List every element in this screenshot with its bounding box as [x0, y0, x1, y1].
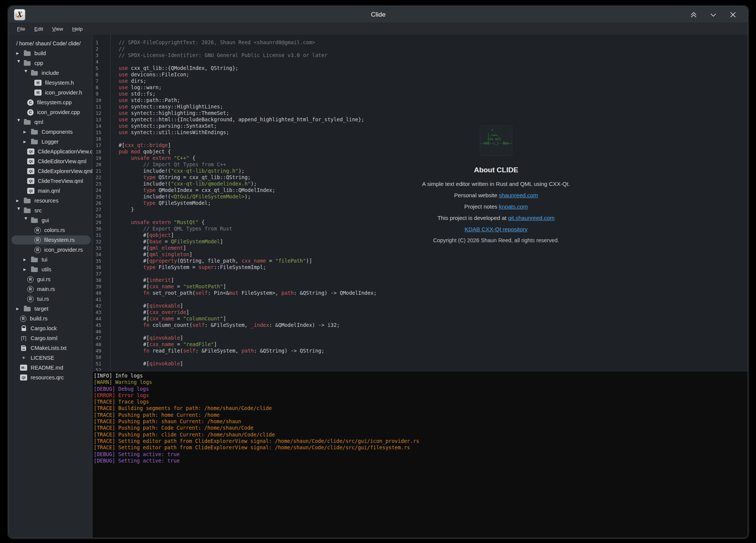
tree-file-icon_provider.rs[interactable]: Ricon_provider.rs	[9, 245, 92, 255]
tree-file-main.qml[interactable]: Qtmain.qml	[9, 186, 92, 196]
code-line: type QFileSystemModel;	[119, 200, 377, 206]
project-notes-link[interactable]: knoats.com	[499, 203, 528, 210]
tree-folder-Components[interactable]: ▶Components	[9, 127, 92, 137]
tree-file-README.md[interactable]: M↓README.md	[9, 363, 92, 373]
tree-folder-target[interactable]: ▶target	[9, 304, 92, 314]
line-number: 39	[96, 283, 110, 290]
close-icon	[729, 11, 737, 19]
code-pane[interactable]: // SPDX-FileCopyrightText: 2026, Shaun R…	[111, 39, 377, 371]
tree-file-filesystem.cpp[interactable]: Cfilesystem.cpp	[9, 97, 92, 107]
folder-icon	[31, 268, 38, 272]
code-editor[interactable]: 1234567891011121314151617181920212223242…	[93, 35, 748, 371]
tree-file-gui.rs[interactable]: Rgui.rs	[9, 274, 92, 284]
chevron-right-icon[interactable]: ▶	[23, 140, 29, 144]
double-chevron-up-icon	[690, 11, 697, 19]
tree-folder-include[interactable]: ▶include	[9, 68, 92, 78]
tree-item-label: filesystem.cpp	[37, 99, 72, 105]
folder-icon	[24, 51, 31, 56]
line-number: 35	[96, 258, 110, 264]
title-bar[interactable]: X Clide	[9, 6, 748, 23]
folder-icon	[31, 130, 38, 135]
window-minimize-button[interactable]	[709, 11, 717, 19]
menu-help[interactable]: Help	[68, 25, 87, 33]
tree-folder-cpp[interactable]: ▶cpp	[9, 58, 92, 68]
git-repo-link[interactable]: git.shaunreed.com	[508, 215, 555, 221]
log-panel[interactable]: [INFO] Info logs[WARN] Warning logs[DEBU…	[93, 371, 748, 538]
menu-file[interactable]: File	[13, 25, 29, 33]
tree-file-Cargo.toml[interactable]: [T]Cargo.toml	[9, 333, 92, 343]
kdab-cxx-qt-link[interactable]: KDAB CXX-Qt repository	[465, 226, 528, 232]
tree-file-filesystem.rs[interactable]: Rfilesystem.rs	[9, 235, 92, 245]
code-line: #[base = QFileSystemModel]	[119, 238, 377, 245]
tree-item-label: gui.rs	[37, 276, 50, 282]
tree-file-ClideApplicationView.qml[interactable]: QtClideApplicationView.qml	[9, 147, 92, 156]
code-line: #[cxx_name = "setRootPath"]	[119, 283, 377, 290]
tree-file-LICENSE[interactable]: ✶LICENSE	[9, 353, 92, 363]
file-explorer-sidebar[interactable]: / home/ shaun/ Code/ clide/ ▶build▶cpp▶i…	[9, 35, 93, 538]
code-line: }	[119, 206, 377, 213]
tree-folder-src[interactable]: ▶src	[9, 206, 92, 215]
tree-file-ClideTreeView.qml[interactable]: QtClideTreeView.qml	[9, 176, 92, 186]
chevron-down-icon[interactable]: ▶	[17, 60, 21, 66]
tree-folder-gui[interactable]: ▶gui	[9, 215, 92, 225]
tree-item-label: target	[34, 306, 48, 312]
tree-file-ClideEditorView.qml[interactable]: QtClideEditorView.qml	[9, 156, 92, 166]
log-line-debug: [DEBUG] Setting active: true	[94, 451, 748, 458]
code-line: #[qml_singleton]	[119, 251, 377, 258]
line-number: 17	[96, 142, 110, 149]
code-line: #[qml_element]	[119, 245, 377, 251]
tree-file-Cargo.lock[interactable]: Cargo.lock	[9, 323, 92, 333]
tree-file-icon_provider.cpp[interactable]: Cicon_provider.cpp	[9, 107, 92, 117]
log-line-trace: [TRACE] Setting editor path from ClideEx…	[94, 438, 748, 444]
chevron-right-icon[interactable]: ▶	[16, 307, 22, 311]
tree-folder-utils[interactable]: ▶utils	[9, 265, 92, 274]
line-number: 26	[96, 200, 110, 206]
tree-item-label: Cargo.lock	[31, 325, 57, 331]
log-line-trace: [TRACE] Building segments for path: /hom…	[94, 405, 748, 412]
menu-edit[interactable]: Edit	[31, 25, 47, 33]
tree-folder-resources[interactable]: ▶resources	[9, 196, 92, 206]
chevron-right-icon[interactable]: ▶	[23, 268, 29, 271]
tree-item-label: Cargo.toml	[31, 335, 57, 341]
tree-file-tui.rs[interactable]: Rtui.rs	[9, 294, 92, 304]
tree-item-label: icon_provider.rs	[44, 247, 83, 253]
chevron-right-icon[interactable]: ▶	[23, 258, 29, 261]
tree-folder-tui[interactable]: ▶tui	[9, 255, 92, 265]
tree-file-colors.rs[interactable]: Rcolors.rs	[9, 225, 92, 235]
chevron-right-icon[interactable]: ▶	[23, 130, 29, 134]
tree-folder-qml[interactable]: ▶qml	[9, 117, 92, 127]
chevron-down-icon[interactable]: ▶	[24, 217, 28, 223]
tree-file-build.rs[interactable]: Rbuild.rs	[9, 314, 92, 323]
line-number: 38	[96, 277, 110, 283]
code-line: use dirs;	[119, 78, 377, 84]
line-number: 4	[96, 59, 110, 65]
line-number: 11	[96, 104, 110, 110]
code-line: use syntect::easy::HighlightLines;	[119, 104, 377, 110]
tree-item-label: icon_provider.h	[45, 90, 82, 96]
tree-file-main.rs[interactable]: Rmain.rs	[9, 284, 92, 294]
tree-file-filesystem.h[interactable]: Hfilesystem.h	[9, 78, 92, 88]
chevron-right-icon[interactable]: ▶	[16, 51, 22, 55]
code-line: use std::path::Path;	[119, 97, 377, 104]
line-number: 25	[96, 193, 110, 200]
chevron-down-icon[interactable]: ▶	[24, 70, 28, 76]
menu-view[interactable]: View	[48, 25, 67, 33]
line-number: 44	[96, 316, 110, 322]
tree-file-icon_provider.h[interactable]: Hicon_provider.h	[9, 88, 92, 97]
tree-item-label: CMakeLists.txt	[31, 345, 66, 351]
tree-file-resources.qrc[interactable]: Qtresources.qrc	[9, 373, 92, 382]
tree-folder-build[interactable]: ▶build	[9, 48, 92, 58]
line-number: 52	[96, 367, 110, 371]
tree-file-ClideExplorerView.qml[interactable]: QtClideExplorerView.qml	[9, 166, 92, 176]
tree-item-label: src	[34, 207, 42, 213]
chevron-right-icon[interactable]: ▶	[16, 199, 22, 203]
chevron-down-icon[interactable]: ▶	[17, 119, 21, 125]
chevron-down-icon[interactable]: ▶	[17, 207, 21, 213]
tree-item-label: tui	[42, 257, 47, 263]
window-close-button[interactable]	[729, 11, 737, 19]
window-shade-button[interactable]	[690, 11, 698, 19]
tree-file-CMakeLists.txt[interactable]: CMakeLists.txt	[9, 343, 92, 353]
cpp-file-icon: C	[27, 99, 34, 106]
tree-folder-Logger[interactable]: ▶Logger	[9, 137, 92, 147]
personal-website-link[interactable]: shaunreed.com	[499, 192, 538, 198]
